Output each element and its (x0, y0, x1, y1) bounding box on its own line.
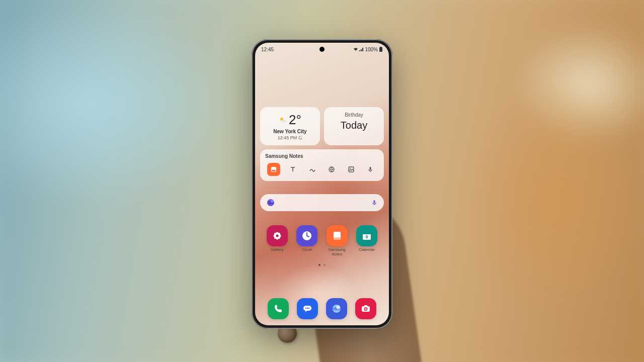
svg-point-32 (308, 308, 309, 309)
app-label: Clock (302, 248, 312, 252)
new-note-button[interactable] (267, 163, 280, 176)
voice-note-button[interactable] (364, 163, 377, 176)
svg-point-21 (278, 236, 280, 239)
text-note-button[interactable] (286, 163, 299, 176)
link-note-button[interactable] (325, 163, 338, 176)
calendar-event-label: Birthday (328, 112, 380, 118)
weather-city: New York City (264, 129, 316, 134)
home-screen[interactable]: 12:45 100% (255, 43, 389, 325)
mic-icon[interactable] (371, 199, 378, 206)
pen-note-button[interactable] (306, 163, 319, 176)
svg-point-31 (307, 308, 308, 309)
browser-search-icon (266, 198, 275, 207)
search-input[interactable] (275, 199, 371, 206)
phone-frame: 12:45 100% (252, 39, 392, 329)
notes-title: Samsung Notes (265, 153, 379, 159)
weather-icon (279, 117, 287, 124)
weather-widget[interactable]: 2° New York City 12:45 PM (260, 107, 320, 145)
svg-point-22 (276, 235, 278, 237)
clock-app[interactable]: Clock (294, 225, 320, 257)
weather-temp: 2° (289, 112, 301, 128)
svg-point-3 (281, 120, 286, 123)
svg-text:9: 9 (366, 234, 368, 239)
app-label: Samsung Notes (325, 248, 350, 257)
notes-widget[interactable]: Samsung Notes (260, 149, 384, 181)
image-note-button[interactable] (345, 163, 358, 176)
camera-app[interactable] (355, 298, 376, 319)
app-label: Calendar (359, 248, 375, 252)
calendar-widget[interactable]: Birthday Today (324, 107, 384, 145)
svg-point-18 (274, 233, 277, 235)
dock (255, 298, 389, 319)
refresh-icon (298, 136, 302, 140)
svg-rect-25 (334, 237, 341, 240)
svg-rect-5 (272, 170, 276, 171)
internet-app[interactable] (326, 298, 347, 319)
svg-point-8 (350, 168, 351, 169)
battery-text: 100% (365, 47, 378, 52)
wifi-icon (353, 47, 358, 51)
status-time: 12:45 (261, 47, 274, 52)
svg-rect-9 (369, 167, 371, 170)
svg-rect-39 (364, 305, 367, 307)
svg-point-30 (305, 308, 306, 309)
app-label: Gallery (271, 248, 283, 252)
signal-icon (359, 47, 364, 51)
svg-point-38 (365, 308, 367, 310)
weather-time: 12:45 PM (278, 135, 297, 140)
search-bar[interactable] (260, 194, 384, 211)
svg-point-19 (278, 233, 280, 235)
calendar-app[interactable]: 9 Calendar (354, 225, 380, 257)
samsung-notes-app[interactable]: Samsung Notes (324, 225, 350, 257)
gallery-app[interactable]: Gallery (264, 225, 290, 257)
svg-point-12 (271, 200, 274, 203)
calendar-day: Today (328, 120, 380, 131)
svg-rect-13 (374, 200, 375, 203)
svg-point-20 (274, 236, 277, 239)
battery-icon (379, 47, 383, 52)
phone-app[interactable] (268, 298, 289, 319)
svg-rect-1 (380, 47, 382, 48)
messages-app[interactable] (297, 298, 318, 319)
svg-rect-0 (379, 47, 382, 52)
svg-point-35 (337, 306, 340, 309)
status-bar: 12:45 100% (255, 43, 389, 53)
